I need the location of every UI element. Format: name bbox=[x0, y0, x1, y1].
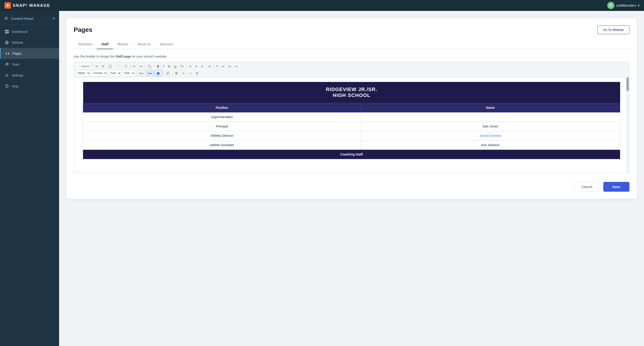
control-panel-label: Control Panel bbox=[11, 17, 34, 21]
name-athletic-assistant: Kim Johnson bbox=[361, 140, 620, 150]
svg-rect-2 bbox=[7, 30, 9, 31]
source-button[interactable]: 📄 Source bbox=[75, 63, 92, 69]
sidebar-label-help: Help bbox=[12, 84, 18, 88]
school-name-line1: RIDGEVIEW JR./SR. bbox=[88, 87, 616, 92]
grid-icon bbox=[4, 29, 9, 34]
save-button[interactable]: Save bbox=[603, 182, 630, 192]
scrollbar-thumb bbox=[626, 77, 629, 91]
svg-point-10 bbox=[7, 87, 7, 87]
bg-color-button[interactable]: A ▬ bbox=[146, 70, 154, 76]
blockquote-button[interactable]: ❝ bbox=[214, 63, 220, 69]
emoji-button[interactable]: ☺ bbox=[180, 70, 186, 76]
sidebar-label-dashboard: Dashboard bbox=[12, 30, 28, 34]
staff-table: RIDGEVIEW JR./SR. HIGH SCHOOL Position N… bbox=[83, 82, 620, 159]
table-row-athletic-director: Athletic Director Jacob Kennedy bbox=[83, 131, 620, 140]
code-icon bbox=[5, 51, 10, 56]
position-principal: Principal bbox=[83, 122, 361, 131]
page-title: Pages bbox=[74, 26, 92, 34]
school-header-row: RIDGEVIEW JR./SR. HIGH SCHOOL bbox=[83, 82, 620, 103]
bold-button[interactable]: B bbox=[155, 63, 161, 69]
color-picker-button[interactable]: ⬤ bbox=[154, 70, 162, 76]
name-header: Name bbox=[361, 103, 620, 112]
editor-toolbar: 📄 Source ✂ ⎘ 📋 📄 📝 ↩ ↪ 🔍 B I S U Tx bbox=[74, 62, 630, 77]
cut-button[interactable]: ✂ bbox=[94, 63, 100, 69]
paste-text-button[interactable]: 📄 bbox=[114, 63, 121, 69]
gear-icon bbox=[4, 73, 9, 78]
horizontal-rule-button[interactable]: — bbox=[187, 70, 194, 76]
font-color-button[interactable]: A ▬ bbox=[137, 70, 146, 76]
styles-select[interactable]: Styles bbox=[75, 70, 90, 76]
paste-word-button[interactable]: 📝 bbox=[122, 63, 129, 69]
redo-button[interactable]: ↪ bbox=[138, 63, 144, 69]
sidebar-label-team: Team bbox=[12, 63, 20, 66]
svg-rect-4 bbox=[7, 32, 9, 34]
special-char-button[interactable]: Ω bbox=[194, 70, 200, 76]
tab-staff[interactable]: Staff bbox=[97, 40, 113, 49]
name-superintendent bbox=[361, 112, 620, 122]
indent-button[interactable]: ⇥ bbox=[206, 63, 212, 69]
sidebar-item-dashboard[interactable]: Dashboard bbox=[0, 26, 59, 37]
italic-button[interactable]: I bbox=[161, 63, 166, 69]
align-center-button[interactable]: ⇔ bbox=[226, 63, 233, 69]
table-row-principal: Principal Dan Jones bbox=[83, 122, 620, 131]
toolbar-sep-8 bbox=[163, 71, 163, 75]
control-panel-header: ☰ Control Panel ▾ bbox=[0, 15, 59, 24]
link-button[interactable]: 🔗 bbox=[164, 70, 171, 76]
strikethrough-button[interactable]: S bbox=[166, 63, 172, 69]
logo-icon bbox=[4, 2, 11, 9]
user-chevron-icon: ▾ bbox=[638, 4, 640, 7]
logo: SNAP! MANAGE bbox=[4, 2, 50, 9]
toolbar-sep-5 bbox=[186, 64, 187, 69]
tab-directions[interactable]: Directions bbox=[74, 40, 97, 49]
svg-point-0 bbox=[610, 4, 612, 6]
svg-point-8 bbox=[6, 75, 8, 76]
format-select[interactable]: Format bbox=[91, 70, 108, 76]
ordered-list-button[interactable]: ≡ bbox=[188, 63, 193, 69]
position-superintendent: Superintendent bbox=[83, 112, 361, 122]
name-principal: Dan Jones bbox=[361, 122, 620, 131]
position-athletic-director: Athletic Director bbox=[83, 131, 361, 140]
coaching-staff-row: Coaching Staff bbox=[83, 150, 620, 159]
underline-button[interactable]: U bbox=[172, 63, 178, 69]
builder-info-page: Staff page bbox=[116, 55, 131, 58]
toolbar-sep-2 bbox=[130, 64, 130, 69]
table-button[interactable]: ⊞ bbox=[174, 70, 180, 76]
align-right-button[interactable]: ⇒ bbox=[233, 63, 239, 69]
school-name-line2: HIGH SCHOOL bbox=[88, 92, 616, 98]
school-name-cell: RIDGEVIEW JR./SR. HIGH SCHOOL bbox=[83, 82, 620, 103]
sidebar-item-team[interactable]: Team bbox=[0, 59, 59, 70]
undo-button[interactable]: ↩ bbox=[131, 63, 137, 69]
sidebar-item-help[interactable]: Help bbox=[0, 81, 59, 92]
tab-mission[interactable]: Mission bbox=[113, 40, 133, 49]
find-replace-button[interactable]: 🔍 bbox=[146, 63, 153, 69]
editor-scrollbar[interactable] bbox=[626, 77, 629, 172]
unordered-list-button[interactable]: ≡ bbox=[194, 63, 199, 69]
globe-icon bbox=[4, 40, 9, 45]
sidebar-item-pages[interactable]: Pages bbox=[0, 48, 59, 59]
go-to-website-button[interactable]: Go To Website bbox=[598, 26, 630, 34]
users-icon bbox=[4, 62, 9, 67]
main-content: Pages Go To Website Directions Staff Mis… bbox=[59, 11, 644, 346]
tab-about-us[interactable]: About Us bbox=[133, 40, 155, 49]
table-row-athletic-assistant: Athletic Assistant Kim Johnson bbox=[83, 140, 620, 150]
cancel-button[interactable]: Cancel bbox=[574, 182, 600, 192]
align-left-button[interactable]: ⇐ bbox=[220, 63, 226, 69]
chevron-down-icon: ▾ bbox=[53, 16, 54, 21]
font-select[interactable]: Font bbox=[108, 70, 121, 76]
subscript-button[interactable]: Tx bbox=[178, 63, 186, 69]
sidebar-item-settings[interactable]: Settings bbox=[0, 70, 59, 81]
position-header: Position bbox=[83, 103, 361, 112]
editor-content[interactable]: RIDGEVIEW JR./SR. HIGH SCHOOL Position N… bbox=[74, 77, 630, 173]
sidebar-item-website[interactable]: Website bbox=[0, 37, 59, 48]
copy-button[interactable]: ⎘ bbox=[100, 63, 106, 69]
toolbar-sep-9 bbox=[172, 71, 172, 75]
size-select[interactable]: Size bbox=[122, 70, 135, 76]
athletic-director-link[interactable]: Jacob Kennedy bbox=[480, 134, 502, 137]
outdent-button[interactable]: ⇤ bbox=[200, 63, 206, 69]
page-tabs: Directions Staff Mission About Us Sponso… bbox=[74, 40, 630, 49]
page-header: Pages Go To Website bbox=[74, 26, 630, 34]
paste-button[interactable]: 📋 bbox=[106, 63, 114, 69]
user-menu[interactable]: rydellboosters ▾ bbox=[607, 2, 640, 9]
toolbar-sep-6 bbox=[213, 64, 214, 69]
tab-sponsors[interactable]: Sponsors bbox=[155, 40, 178, 49]
